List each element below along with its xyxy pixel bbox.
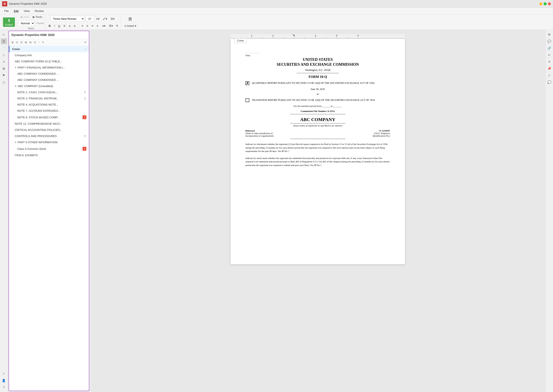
outline-item-text: CRITICAL ACCOUNTING POLICIES... — [15, 128, 86, 132]
menu-review[interactable]: Review — [33, 8, 46, 14]
outline-item[interactable]: ABC COMPANY CONDENSED ... — [9, 77, 89, 83]
content-area[interactable]: 1 2 3 4 5 6 — [90, 30, 545, 392]
outline-item[interactable]: ▼ABC COMPANY (Unaudited) — [9, 83, 89, 89]
outline-item[interactable]: NOTE 8. STOCK-BASED COMP...2 — [9, 114, 89, 121]
outline-item[interactable]: ABC COMPANY CONDENSED ... — [9, 71, 89, 77]
menu-file[interactable]: File — [2, 8, 11, 14]
undo-redo-section: ◀ Undo ▶ Redo Normal Format Styles — [17, 16, 45, 28]
strikethrough-button[interactable]: K — [62, 23, 67, 28]
outline-item[interactable]: NOTE 2. CASH, CASH EQUAL...🗒 — [9, 89, 89, 95]
align-center-button[interactable]: ≡ — [85, 23, 90, 28]
outline-item[interactable]: NOTE 7. ACCRUED EXPENSES... — [9, 108, 89, 114]
underline-button[interactable]: U — [57, 23, 62, 28]
outline-item-text: Cover — [12, 48, 84, 51]
publish-button[interactable]: ⬆ Publish — [3, 17, 15, 27]
indent-button[interactable]: ⇥▾ — [100, 23, 107, 28]
sidebar-collapse-button[interactable]: « — [1, 31, 7, 37]
doc-date: June 30, 2010 — [245, 88, 390, 91]
outline-item[interactable]: Cover○ — [9, 46, 89, 52]
doc-state-label: (State or other jurisdiction of — [245, 132, 274, 134]
outline-item[interactable]: ▼PART I-FINANCIAL INFORMATION I... — [9, 64, 89, 71]
doc-state-sub: incorporation or organization) — [245, 134, 274, 137]
bold-button[interactable]: B — [48, 23, 52, 28]
minimize-button[interactable] — [539, 2, 542, 5]
subscript-button[interactable]: A — [73, 24, 76, 28]
outline-item[interactable]: NOTE 4. ACQUISTIONS NOTE... — [9, 102, 89, 108]
font-color-button[interactable]: A▾ — [95, 16, 101, 21]
outline-item[interactable]: Company Info — [9, 52, 89, 58]
collapse-arrow: ▼ — [15, 141, 17, 143]
close-button[interactable] — [548, 2, 551, 5]
menu-edit[interactable]: Edit — [12, 8, 21, 14]
right-pin-icon[interactable]: 📌 — [546, 66, 552, 71]
doc-title: UNITED STATES — [245, 57, 390, 62]
outline-item-text: ABC COMPANY CONDENSED ... — [17, 72, 86, 75]
outline-toolbar: ⊞ ⊡ ⊟ ⊠ ⊞ ⊡ ↑ ⇕ ✈ — [9, 39, 89, 46]
justify-button[interactable]: ≡ — [95, 23, 100, 28]
checkbox-1[interactable]: ✗ — [245, 81, 249, 85]
doc-divider-3 — [290, 123, 346, 123]
outline-tool-6[interactable]: ⊡ — [33, 40, 37, 44]
sidebar-list-button[interactable]: ≡ — [1, 59, 7, 65]
font-family-select[interactable]: Times New Roman — [51, 16, 85, 22]
checkbox-2[interactable] — [245, 98, 249, 102]
sidebar-user-button[interactable]: 👤 — [1, 378, 7, 384]
right-undo-icon[interactable]: ↩ — [546, 52, 552, 58]
list2-button[interactable]: ☰▾ — [108, 23, 114, 28]
superscript-button[interactable]: A — [68, 24, 72, 28]
outline-item[interactable]: Class A Common Stock1 — [9, 145, 89, 152]
outline-item[interactable]: ▼PART II-OTHER INFORMATION — [9, 139, 89, 145]
stamp-button[interactable]: 🖹 — [127, 16, 134, 22]
sidebar-grid-button[interactable]: ⊞ — [1, 66, 7, 71]
undo-button[interactable]: ◀ Undo — [19, 14, 31, 19]
outline-tool-8[interactable]: ⇕ — [41, 40, 45, 44]
document-content: —————— One) UNITED STATES SECURITIES AND… — [245, 51, 390, 167]
align-right-button[interactable]: ≡ — [90, 23, 95, 28]
outline-tool-5[interactable]: ⊞ — [28, 40, 32, 44]
outline-item[interactable]: ITEM 6. EXHIBITS — [9, 152, 89, 158]
right-chat-icon[interactable]: 💬 — [546, 38, 552, 44]
outline-tool-4[interactable]: ⊠ — [24, 40, 28, 44]
outline-item[interactable]: NOTE 3. FINANCIAL INSTRUM...🗒 — [9, 95, 89, 102]
outline-item-text: ITEM 6. EXHIBITS — [15, 154, 86, 157]
align-left-button[interactable]: ≡ — [80, 23, 85, 28]
right-comment-icon[interactable]: 💭 — [546, 79, 552, 85]
sidebar-flag-button[interactable]: ⚑ — [1, 72, 7, 78]
sidebar-check-button[interactable]: ✓ — [1, 371, 7, 377]
outline-tool-7[interactable]: ↑ — [37, 40, 40, 44]
outline-item[interactable]: CONTROLS AND PROCEDURES🗒 — [9, 133, 89, 139]
outline-item[interactable]: NOTE 12. COMPREHENSIVE INCO... — [9, 121, 89, 127]
maximize-button[interactable] — [544, 2, 547, 5]
doc-form-title: FORM 10-Q — [245, 75, 390, 79]
redo-button[interactable]: ▶ Redo — [31, 14, 44, 19]
right-link-icon[interactable]: 🔗 — [546, 45, 552, 51]
highlight-button[interactable]: 🖊▾ — [102, 16, 109, 21]
format-label: Format — [36, 22, 44, 24]
outline-tool-3[interactable]: ⊟ — [20, 40, 23, 44]
sidebar-home-button[interactable]: ⌂ — [1, 52, 7, 58]
svg-text:6: 6 — [358, 35, 359, 37]
outline-tool-1[interactable]: ⊞ — [11, 40, 14, 44]
italic-button[interactable]: I — [53, 23, 56, 28]
sidebar-box-button[interactable]: ◻ — [1, 79, 7, 85]
paragraph-button[interactable]: ¶ — [115, 23, 119, 28]
sidebar-layers-button[interactable]: 📄 — [1, 45, 7, 51]
font-size-input[interactable] — [85, 16, 94, 22]
format-select[interactable]: Normal — [19, 20, 35, 26]
menu-view[interactable]: View — [21, 8, 32, 14]
outline-title: Dynamic Properties KMK 2020 — [12, 33, 55, 37]
outline-item[interactable]: CRITICAL ACCOUNTING POLICIES... — [9, 127, 89, 133]
outline-tool-2[interactable]: ⊡ — [15, 40, 19, 44]
outline-item-text: Company Info — [15, 54, 86, 57]
insert-button[interactable]: +| Insert ▾ — [123, 23, 138, 28]
sidebar-outline-button[interactable]: ☰ — [1, 38, 7, 44]
checkbox-row-1: ✗ QUARTERLY REPORT PURSUANT TO SECTION 1… — [245, 81, 390, 85]
right-close-icon[interactable]: ✕ — [546, 59, 552, 65]
svg-rect-0 — [231, 34, 405, 39]
right-check-icon[interactable]: ✓ — [546, 72, 552, 78]
sidebar-help-button[interactable]: ? — [1, 384, 7, 390]
outline-item[interactable]: ABC COMPANY FORM 10-Q TABLE... — [9, 58, 89, 64]
right-gear-icon[interactable]: ⚙ — [546, 31, 552, 37]
outline-tool-filter[interactable]: ✈ — [83, 40, 87, 44]
list-button[interactable]: ☰▾ — [109, 16, 116, 21]
